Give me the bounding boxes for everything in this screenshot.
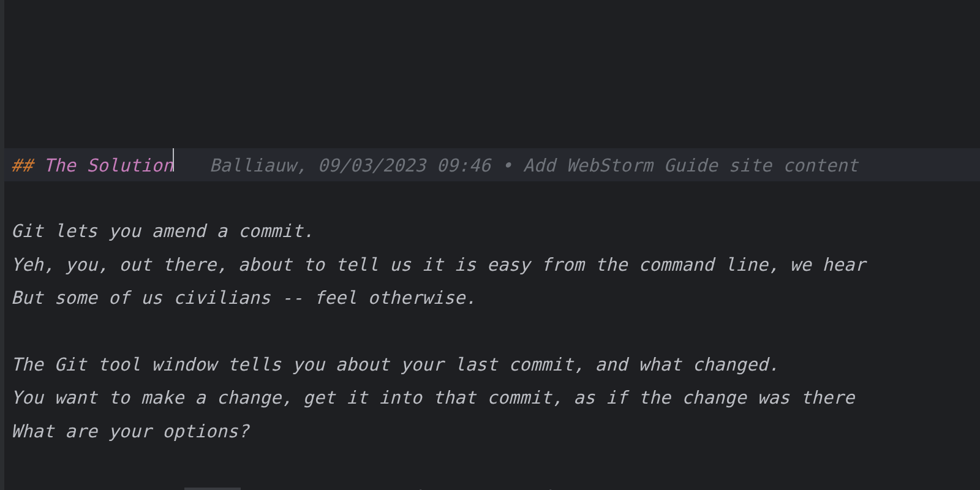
gutter — [0, 0, 4, 490]
blank-line[interactable] — [11, 448, 980, 481]
markdown-link-target-folded[interactable]: (...) — [184, 488, 241, 490]
markdown-editor[interactable]: ## The SolutionBalliauw, 09/03/2023 09:4… — [0, 0, 980, 490]
blank-line[interactable] — [11, 315, 980, 348]
link-bracket-open: [ — [43, 488, 55, 490]
text-line[interactable]: But some of us civilians -- feel otherwi… — [11, 281, 980, 314]
code-backtick: ` — [543, 488, 554, 490]
text-line[interactable]: Yeh, you, out there, about to tell us it… — [11, 248, 980, 281]
blank-line[interactable] — [11, 181, 980, 214]
blame-author: Balliauw — [209, 155, 296, 176]
markdown-heading-text: The Solution — [43, 149, 173, 182]
text-caret — [173, 148, 174, 172]
text: . — [554, 488, 565, 490]
text: In — [11, 488, 43, 490]
code-backtick: ` — [413, 488, 424, 490]
text-line[interactable]: Git lets you amend a commit. — [11, 214, 980, 247]
link-bracket-close: ] — [173, 488, 184, 490]
text-line[interactable]: The Git tool window tells you about your… — [11, 348, 980, 381]
text-line[interactable]: You want to make a change, get it into t… — [11, 381, 980, 414]
git-blame-annotation[interactable]: Balliauw, 09/03/2023 09:46 • Add WebStor… — [209, 149, 859, 182]
markdown-link-text[interactable]: another tip — [55, 488, 173, 490]
text-line[interactable]: In [another tip](...), we showed you `Un… — [11, 481, 980, 490]
blame-separator: • — [491, 155, 523, 176]
text: , we showed you — [241, 488, 414, 490]
text-line[interactable]: What are your options? — [11, 415, 980, 448]
heading-line[interactable]: ## The SolutionBalliauw, 09/03/2023 09:4… — [0, 148, 980, 181]
blame-message: Add WebStorm Guide site content — [523, 155, 858, 176]
inline-code: Undo Commit — [424, 488, 543, 490]
markdown-heading-prefix: ## — [11, 149, 43, 182]
blame-timestamp: 09/03/2023 09:46 — [318, 155, 491, 176]
